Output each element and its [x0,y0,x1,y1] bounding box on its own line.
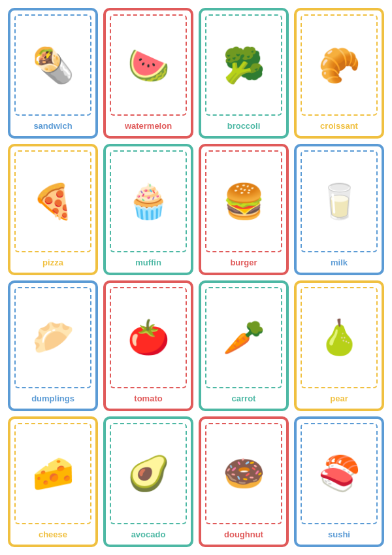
food-emoji-cheese: 🧀 [32,456,74,490]
card-label-sandwich: sandwich [33,120,72,132]
food-emoji-broccoli: 🥦 [223,48,265,82]
card-inner-burger: 🍔 [205,150,282,252]
card-inner-milk: 🥛 [301,150,378,252]
card-muffin[interactable]: 🧁muffin [103,144,193,275]
card-label-tomato: tomato [134,392,162,405]
card-avocado[interactable]: 🥑avocado [103,416,193,547]
card-label-pizza: pizza [42,256,63,269]
card-label-pear: pear [330,392,348,405]
food-emoji-watermelon: 🍉 [127,48,170,82]
food-emoji-pear: 🍐 [318,320,361,354]
card-croissant[interactable]: 🥐croissant [294,8,384,139]
card-inner-pear: 🍐 [301,287,378,388]
card-label-dumplings: dumplings [31,392,74,405]
card-inner-dumplings: 🥟 [14,287,91,388]
card-label-milk: milk [331,256,348,269]
row-0: 🌯sandwich🍉watermelon🥦broccoli🥐croissant [8,8,384,139]
food-emoji-muffin: 🧁 [127,184,170,218]
row-2: 🥟dumplings🍅tomato🥕carrot🍐pear [8,280,384,411]
card-label-carrot: carrot [232,392,256,405]
card-sushi[interactable]: 🍣sushi [294,416,384,547]
card-cheese[interactable]: 🧀cheese [8,416,98,547]
card-inner-carrot: 🥕 [205,287,282,388]
card-milk[interactable]: 🥛milk [294,144,384,275]
food-emoji-avocado: 🥑 [127,456,170,490]
food-emoji-milk: 🥛 [318,184,361,218]
card-label-doughnut: doughnut [224,528,263,541]
card-pizza[interactable]: 🍕pizza [8,144,98,275]
card-carrot[interactable]: 🥕carrot [199,280,289,411]
card-burger[interactable]: 🍔burger [199,144,289,275]
card-inner-muffin: 🧁 [110,150,187,252]
card-label-avocado: avocado [131,528,166,541]
food-emoji-burger: 🍔 [223,184,265,218]
card-doughnut[interactable]: 🍩doughnut [199,416,289,547]
food-emoji-carrot: 🥕 [223,320,265,354]
food-emoji-doughnut: 🍩 [223,456,265,490]
card-inner-pizza: 🍕 [14,150,91,252]
card-label-burger: burger [230,256,257,269]
card-label-muffin: muffin [135,256,161,269]
card-inner-watermelon: 🍉 [110,14,187,116]
card-label-cheese: cheese [39,528,67,541]
card-inner-cheese: 🧀 [14,423,91,524]
card-pear[interactable]: 🍐pear [294,280,384,411]
card-label-sushi: sushi [328,528,350,541]
row-3: 🧀cheese🥑avocado🍩doughnut🍣sushi [8,416,384,547]
food-flashcards-page: 🌯sandwich🍉watermelon🥦broccoli🥐croissant🍕… [0,0,392,555]
food-emoji-pizza: 🍕 [32,184,74,218]
card-inner-sushi: 🍣 [301,423,378,524]
card-sandwich[interactable]: 🌯sandwich [8,8,98,139]
card-inner-doughnut: 🍩 [205,423,282,524]
card-inner-sandwich: 🌯 [14,14,91,116]
card-tomato[interactable]: 🍅tomato [103,280,193,411]
food-emoji-tomato: 🍅 [127,320,170,354]
card-broccoli[interactable]: 🥦broccoli [199,8,289,139]
food-emoji-croissant: 🥐 [318,48,361,82]
card-inner-avocado: 🥑 [110,423,187,524]
card-watermelon[interactable]: 🍉watermelon [103,8,193,139]
card-label-croissant: croissant [320,120,358,132]
card-inner-tomato: 🍅 [110,287,187,388]
card-dumplings[interactable]: 🥟dumplings [8,280,98,411]
food-emoji-dumplings: 🥟 [32,320,74,354]
card-label-broccoli: broccoli [227,120,261,132]
row-1: 🍕pizza🧁muffin🍔burger🥛milk [8,144,384,275]
food-emoji-sandwich: 🌯 [32,48,74,82]
card-inner-broccoli: 🥦 [205,14,282,116]
food-emoji-sushi: 🍣 [318,456,361,490]
card-label-watermelon: watermelon [125,120,172,132]
card-inner-croissant: 🥐 [301,14,378,116]
